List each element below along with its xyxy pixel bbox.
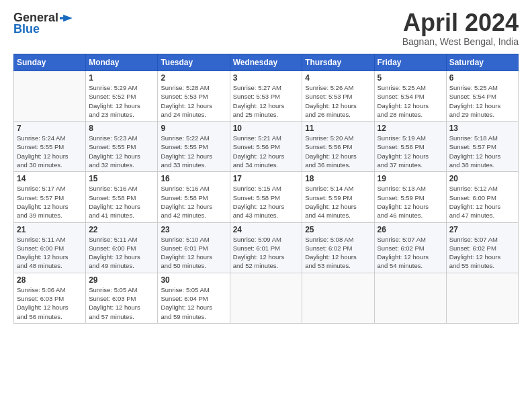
calendar-cell: 20Sunrise: 5:12 AM Sunset: 6:00 PM Dayli… (446, 172, 518, 222)
calendar-header-tuesday: Tuesday (158, 54, 230, 71)
logo-icon (60, 13, 76, 23)
day-number: 19 (378, 174, 443, 183)
day-info: Sunrise: 5:26 AM Sunset: 5:53 PM Dayligh… (305, 83, 371, 119)
calendar-cell: 29Sunrise: 5:05 AM Sunset: 6:03 PM Dayli… (86, 273, 158, 323)
calendar-cell: 22Sunrise: 5:11 AM Sunset: 6:00 PM Dayli… (86, 222, 158, 273)
day-info: Sunrise: 5:12 AM Sunset: 6:00 PM Dayligh… (449, 184, 515, 220)
calendar-cell: 30Sunrise: 5:05 AM Sunset: 6:04 PM Dayli… (158, 273, 230, 323)
day-info: Sunrise: 5:25 AM Sunset: 5:54 PM Dayligh… (449, 83, 515, 119)
day-number: 21 (17, 225, 83, 234)
calendar-cell (230, 273, 302, 323)
day-number: 14 (17, 174, 83, 183)
page-header: General Blue April 2024 Bagnan, West Ben… (13, 11, 519, 47)
day-number: 12 (378, 124, 443, 133)
calendar-cell: 18Sunrise: 5:14 AM Sunset: 5:59 PM Dayli… (302, 172, 374, 222)
day-number: 24 (233, 225, 300, 234)
calendar-header-sunday: Sunday (14, 54, 86, 71)
calendar-week-2: 7Sunrise: 5:24 AM Sunset: 5:55 PM Daylig… (14, 122, 519, 172)
day-info: Sunrise: 5:28 AM Sunset: 5:53 PM Dayligh… (161, 83, 226, 119)
day-number: 20 (449, 174, 515, 183)
day-number: 18 (305, 174, 371, 183)
calendar-cell: 16Sunrise: 5:16 AM Sunset: 5:58 PM Dayli… (158, 172, 230, 222)
location-label: Bagnan, West Bengal, India (402, 36, 519, 47)
svg-rect-1 (60, 17, 68, 19)
calendar-cell: 2Sunrise: 5:28 AM Sunset: 5:53 PM Daylig… (158, 71, 230, 122)
day-number: 8 (89, 124, 154, 133)
day-number: 15 (89, 174, 154, 183)
calendar-header-row: SundayMondayTuesdayWednesdayThursdayFrid… (14, 54, 519, 71)
day-info: Sunrise: 5:09 AM Sunset: 6:01 PM Dayligh… (233, 235, 300, 271)
day-number: 27 (449, 225, 515, 234)
calendar-cell: 21Sunrise: 5:11 AM Sunset: 6:00 PM Dayli… (14, 222, 86, 273)
calendar-cell (302, 273, 374, 323)
day-number: 16 (161, 174, 226, 183)
calendar-cell: 8Sunrise: 5:23 AM Sunset: 5:55 PM Daylig… (86, 122, 158, 172)
calendar-cell: 13Sunrise: 5:18 AM Sunset: 5:57 PM Dayli… (446, 122, 518, 172)
day-number: 23 (161, 225, 226, 234)
day-info: Sunrise: 5:08 AM Sunset: 6:02 PM Dayligh… (305, 235, 371, 271)
day-info: Sunrise: 5:15 AM Sunset: 5:58 PM Dayligh… (233, 184, 300, 220)
day-number: 22 (89, 225, 154, 234)
calendar-header-monday: Monday (86, 54, 158, 71)
day-info: Sunrise: 5:16 AM Sunset: 5:58 PM Dayligh… (161, 184, 226, 220)
calendar-cell: 6Sunrise: 5:25 AM Sunset: 5:54 PM Daylig… (446, 71, 518, 122)
day-info: Sunrise: 5:07 AM Sunset: 6:02 PM Dayligh… (449, 235, 515, 271)
day-info: Sunrise: 5:17 AM Sunset: 5:57 PM Dayligh… (17, 184, 83, 220)
day-number: 5 (378, 73, 443, 83)
day-info: Sunrise: 5:05 AM Sunset: 6:03 PM Dayligh… (89, 285, 154, 321)
calendar-cell: 5Sunrise: 5:25 AM Sunset: 5:54 PM Daylig… (374, 71, 446, 122)
calendar-cell: 12Sunrise: 5:19 AM Sunset: 5:56 PM Dayli… (374, 122, 446, 172)
calendar-cell: 1Sunrise: 5:29 AM Sunset: 5:52 PM Daylig… (86, 71, 158, 122)
calendar-cell: 11Sunrise: 5:20 AM Sunset: 5:56 PM Dayli… (302, 122, 374, 172)
calendar-cell: 26Sunrise: 5:07 AM Sunset: 6:02 PM Dayli… (374, 222, 446, 273)
calendar-cell: 15Sunrise: 5:16 AM Sunset: 5:58 PM Dayli… (86, 172, 158, 222)
day-info: Sunrise: 5:11 AM Sunset: 6:00 PM Dayligh… (89, 235, 154, 271)
calendar-cell: 23Sunrise: 5:10 AM Sunset: 6:01 PM Dayli… (158, 222, 230, 273)
title-area: April 2024 Bagnan, West Bengal, India (402, 11, 519, 47)
calendar-cell: 4Sunrise: 5:26 AM Sunset: 5:53 PM Daylig… (302, 71, 374, 122)
day-info: Sunrise: 5:27 AM Sunset: 5:53 PM Dayligh… (233, 83, 300, 119)
day-number: 7 (17, 124, 83, 133)
day-info: Sunrise: 5:21 AM Sunset: 5:56 PM Dayligh… (233, 134, 300, 169)
day-info: Sunrise: 5:06 AM Sunset: 6:03 PM Dayligh… (17, 285, 83, 321)
day-number: 17 (233, 174, 300, 183)
day-number: 30 (161, 275, 226, 285)
day-info: Sunrise: 5:24 AM Sunset: 5:55 PM Dayligh… (17, 134, 83, 169)
day-info: Sunrise: 5:20 AM Sunset: 5:56 PM Dayligh… (305, 134, 371, 169)
calendar-header-wednesday: Wednesday (230, 54, 302, 71)
calendar-cell: 3Sunrise: 5:27 AM Sunset: 5:53 PM Daylig… (230, 71, 302, 122)
day-info: Sunrise: 5:11 AM Sunset: 6:00 PM Dayligh… (17, 235, 83, 271)
day-number: 13 (449, 124, 515, 133)
logo-blue: Blue (13, 22, 40, 36)
calendar-cell: 27Sunrise: 5:07 AM Sunset: 6:02 PM Dayli… (446, 222, 518, 273)
calendar-cell: 19Sunrise: 5:13 AM Sunset: 5:59 PM Dayli… (374, 172, 446, 222)
day-number: 6 (449, 73, 515, 83)
day-info: Sunrise: 5:10 AM Sunset: 6:01 PM Dayligh… (161, 235, 226, 271)
day-info: Sunrise: 5:18 AM Sunset: 5:57 PM Dayligh… (449, 134, 515, 169)
day-info: Sunrise: 5:25 AM Sunset: 5:54 PM Dayligh… (378, 83, 443, 119)
calendar-cell: 14Sunrise: 5:17 AM Sunset: 5:57 PM Dayli… (14, 172, 86, 222)
day-info: Sunrise: 5:14 AM Sunset: 5:59 PM Dayligh… (305, 184, 371, 220)
calendar-cell: 7Sunrise: 5:24 AM Sunset: 5:55 PM Daylig… (14, 122, 86, 172)
calendar-week-3: 14Sunrise: 5:17 AM Sunset: 5:57 PM Dayli… (14, 172, 519, 222)
calendar-page: General Blue April 2024 Bagnan, West Ben… (0, 0, 532, 411)
day-info: Sunrise: 5:22 AM Sunset: 5:55 PM Dayligh… (161, 134, 226, 169)
calendar-cell (374, 273, 446, 323)
day-number: 1 (89, 73, 154, 83)
calendar-cell: 28Sunrise: 5:06 AM Sunset: 6:03 PM Dayli… (14, 273, 86, 323)
day-info: Sunrise: 5:07 AM Sunset: 6:02 PM Dayligh… (378, 235, 443, 271)
day-info: Sunrise: 5:13 AM Sunset: 5:59 PM Dayligh… (378, 184, 443, 220)
calendar-cell (14, 71, 86, 122)
month-title: April 2024 (402, 11, 519, 35)
day-number: 4 (305, 73, 371, 83)
calendar-cell: 10Sunrise: 5:21 AM Sunset: 5:56 PM Dayli… (230, 122, 302, 172)
calendar-week-1: 1Sunrise: 5:29 AM Sunset: 5:52 PM Daylig… (14, 71, 519, 122)
calendar-cell: 25Sunrise: 5:08 AM Sunset: 6:02 PM Dayli… (302, 222, 374, 273)
calendar-cell (446, 273, 518, 323)
day-number: 26 (378, 225, 443, 234)
calendar-week-5: 28Sunrise: 5:06 AM Sunset: 6:03 PM Dayli… (14, 273, 519, 323)
calendar-header-thursday: Thursday (302, 54, 374, 71)
logo: General Blue (13, 11, 76, 36)
calendar-cell: 9Sunrise: 5:22 AM Sunset: 5:55 PM Daylig… (158, 122, 230, 172)
calendar-cell: 24Sunrise: 5:09 AM Sunset: 6:01 PM Dayli… (230, 222, 302, 273)
